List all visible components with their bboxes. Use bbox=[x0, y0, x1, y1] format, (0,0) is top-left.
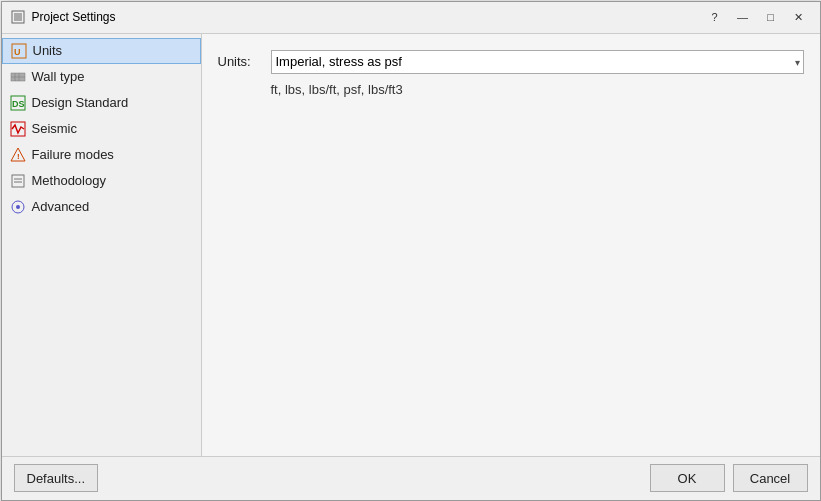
units-field-label: Units: bbox=[218, 54, 263, 69]
defaults-button[interactable]: Defaults... bbox=[14, 464, 99, 492]
cancel-button[interactable]: Cancel bbox=[733, 464, 808, 492]
svg-rect-1 bbox=[14, 13, 22, 21]
dialog-title: Project Settings bbox=[32, 10, 702, 24]
sidebar-item-design-standard-label: Design Standard bbox=[32, 95, 129, 110]
sidebar-item-advanced-label: Advanced bbox=[32, 199, 90, 214]
svg-text:DS: DS bbox=[12, 99, 25, 109]
sidebar-item-units-label: Units bbox=[33, 43, 63, 58]
sidebar-item-failure-modes[interactable]: ! Failure modes bbox=[2, 142, 201, 168]
sidebar-item-methodology[interactable]: Methodology bbox=[2, 168, 201, 194]
project-settings-dialog: Project Settings ? — □ ✕ U Units bbox=[1, 1, 821, 501]
advanced-icon bbox=[10, 199, 26, 215]
dialog-footer: Defaults... OK Cancel bbox=[2, 456, 820, 500]
sidebar: U Units Wall type bbox=[2, 34, 202, 456]
units-select-wrapper: Imperial, stress as psf Imperial, stress… bbox=[271, 50, 804, 74]
help-button[interactable]: ? bbox=[702, 7, 728, 27]
svg-point-17 bbox=[16, 205, 20, 209]
sidebar-item-failure-modes-label: Failure modes bbox=[32, 147, 114, 162]
units-row: Units: Imperial, stress as psf Imperial,… bbox=[218, 50, 804, 74]
svg-rect-13 bbox=[12, 175, 24, 187]
ok-button[interactable]: OK bbox=[650, 464, 725, 492]
sidebar-item-seismic[interactable]: Seismic bbox=[2, 116, 201, 142]
svg-text:!: ! bbox=[17, 152, 20, 161]
wall-type-icon bbox=[10, 69, 26, 85]
window-controls: ? — □ ✕ bbox=[702, 7, 812, 27]
design-standard-icon: DS bbox=[10, 95, 26, 111]
footer-left: Defaults... bbox=[14, 464, 99, 492]
sidebar-item-wall-type-label: Wall type bbox=[32, 69, 85, 84]
dialog-icon bbox=[10, 9, 26, 25]
sidebar-item-units[interactable]: U Units bbox=[2, 38, 201, 64]
failure-modes-icon: ! bbox=[10, 147, 26, 163]
title-bar: Project Settings ? — □ ✕ bbox=[2, 2, 820, 34]
main-content: Units: Imperial, stress as psf Imperial,… bbox=[202, 34, 820, 456]
sidebar-item-wall-type[interactable]: Wall type bbox=[2, 64, 201, 90]
units-select[interactable]: Imperial, stress as psf Imperial, stress… bbox=[271, 50, 804, 74]
minimize-button[interactable]: — bbox=[730, 7, 756, 27]
units-subtext: ft, lbs, lbs/ft, psf, lbs/ft3 bbox=[271, 82, 804, 97]
sidebar-item-seismic-label: Seismic bbox=[32, 121, 78, 136]
sidebar-item-methodology-label: Methodology bbox=[32, 173, 106, 188]
dialog-body: U Units Wall type bbox=[2, 34, 820, 456]
svg-text:U: U bbox=[14, 47, 21, 57]
sidebar-item-advanced[interactable]: Advanced bbox=[2, 194, 201, 220]
units-icon: U bbox=[11, 43, 27, 59]
maximize-button[interactable]: □ bbox=[758, 7, 784, 27]
methodology-icon bbox=[10, 173, 26, 189]
close-button[interactable]: ✕ bbox=[786, 7, 812, 27]
seismic-icon bbox=[10, 121, 26, 137]
sidebar-item-design-standard[interactable]: DS Design Standard bbox=[2, 90, 201, 116]
footer-right: OK Cancel bbox=[650, 464, 808, 492]
